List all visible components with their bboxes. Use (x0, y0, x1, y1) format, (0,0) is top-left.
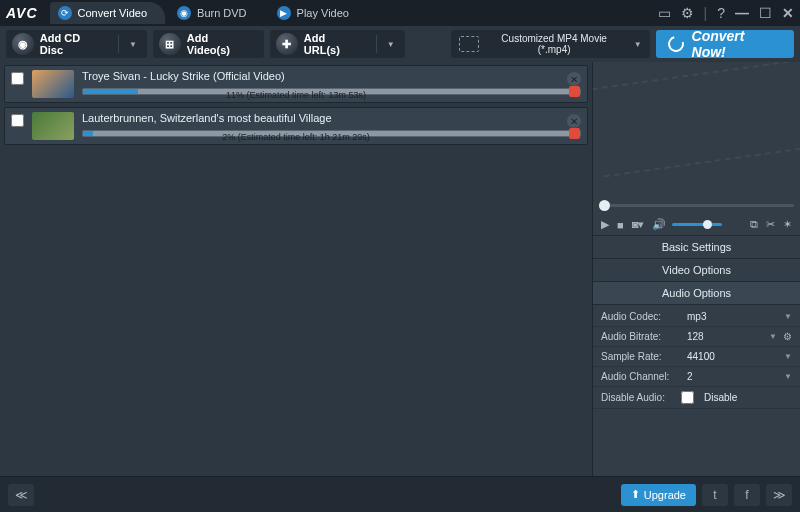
volume-icon[interactable]: 🔊 (652, 218, 666, 231)
convert-now-button[interactable]: Convert Now! (656, 30, 794, 58)
divider: | (704, 5, 708, 21)
tab-burn-dvd[interactable]: ◉ Burn DVD (169, 2, 265, 24)
item-title: Lauterbrunnen, Switzerland's most beauti… (82, 112, 581, 124)
minimize-icon[interactable]: — (735, 5, 749, 21)
disc-icon: ◉ (177, 6, 191, 20)
button-label: Add CD Disc (40, 32, 106, 56)
film-icon (459, 36, 479, 52)
list-item[interactable]: Troye Sivan - Lucky Strike (Official Vid… (4, 65, 588, 103)
toolbar: ◉ Add CD Disc ▼ ⊞ Add Video(s) ✚ Add URL… (0, 26, 800, 62)
progress-status: 11% (Estimated time left: 13m 53s) (226, 90, 366, 100)
remove-item-button[interactable]: ✕ (567, 114, 581, 128)
main-tabs: ⟳ Convert Video ◉ Burn DVD ▶ Play Video (50, 2, 371, 24)
close-icon[interactable]: ✕ (782, 5, 794, 21)
tab-label: Play Video (297, 7, 349, 19)
stop-item-button[interactable] (569, 128, 580, 139)
button-label: Add URL(s) (304, 32, 364, 56)
button-label: Convert Now! (692, 28, 782, 60)
stop-button[interactable]: ■ (617, 219, 624, 231)
item-title: Troye Sivan - Lucky Strike (Official Vid… (82, 70, 581, 82)
setting-sample-rate[interactable]: Sample Rate: 44100 ▼ (593, 347, 800, 367)
add-urls-button[interactable]: ✚ Add URL(s) ▼ (270, 30, 405, 58)
disc-plus-icon: ◉ (12, 33, 34, 55)
chevron-down-icon[interactable]: ▼ (129, 40, 137, 49)
convert-icon (665, 33, 687, 55)
snapshot-button[interactable]: ◙▾ (632, 218, 645, 231)
chevron-down-icon: ▼ (784, 312, 792, 321)
disable-audio-checkbox[interactable] (681, 391, 694, 404)
film-plus-icon: ⊞ (159, 33, 181, 55)
chevron-down-icon: ▼ (784, 352, 792, 361)
gear-icon[interactable]: ⚙ (681, 5, 694, 21)
video-thumbnail (32, 112, 74, 140)
upgrade-button[interactable]: ⬆ Upgrade (621, 484, 696, 506)
button-label: Add Video(s) (187, 32, 254, 56)
tab-label: Convert Video (78, 7, 148, 19)
titlebar: AVC ⟳ Convert Video ◉ Burn DVD ▶ Play Vi… (0, 0, 800, 26)
up-arrow-icon: ⬆ (631, 488, 640, 501)
tab-video-options[interactable]: Video Options (593, 259, 800, 282)
preview-controls: ▶ ■ ◙▾ 🔊 ⧉ ✂ ✶ (593, 214, 800, 236)
setting-audio-codec[interactable]: Audio Codec: mp3 ▼ (593, 307, 800, 327)
preview-timeline[interactable] (593, 196, 800, 214)
progress-status: 2% (Estimated time left: 1h 21m 29s) (222, 132, 370, 142)
settings-tabs: Basic Settings Video Options Audio Optio… (593, 236, 800, 305)
scissors-icon[interactable]: ✂ (766, 218, 775, 231)
app-logo: AVC (6, 5, 38, 21)
add-cd-button[interactable]: ◉ Add CD Disc ▼ (6, 30, 147, 58)
item-checkbox[interactable] (11, 72, 24, 85)
timeline-knob[interactable] (599, 200, 610, 211)
stop-item-button[interactable] (569, 86, 580, 97)
preview-area (593, 62, 800, 196)
chevron-down-icon: ▼ (769, 332, 777, 341)
play-button[interactable]: ▶ (601, 218, 609, 231)
tab-basic-settings[interactable]: Basic Settings (593, 236, 800, 259)
popout-icon[interactable]: ⧉ (750, 218, 758, 231)
setting-audio-channel[interactable]: Audio Channel: 2 ▼ (593, 367, 800, 387)
volume-slider[interactable] (672, 223, 722, 226)
audio-settings: Audio Codec: mp3 ▼ Audio Bitrate: 128 ▼ … (593, 305, 800, 476)
crop-icon[interactable]: ✶ (783, 218, 792, 231)
collapse-right-button[interactable]: ≫ (766, 484, 792, 506)
add-videos-button[interactable]: ⊞ Add Video(s) (153, 30, 264, 58)
setting-audio-bitrate[interactable]: Audio Bitrate: 128 ▼ ⚙ (593, 327, 800, 347)
video-thumbnail (32, 70, 74, 98)
setting-disable-audio[interactable]: Disable Audio: Disable (593, 387, 800, 409)
side-panel: ▶ ■ ◙▾ 🔊 ⧉ ✂ ✶ Basic Settings Video Opti… (592, 62, 800, 476)
facebook-icon[interactable]: f (734, 484, 760, 506)
chevron-down-icon[interactable]: ▼ (387, 40, 395, 49)
help-icon[interactable]: ? (717, 5, 725, 21)
footer: ≪ ⬆ Upgrade t f ≫ (0, 476, 800, 512)
collapse-left-button[interactable]: ≪ (8, 484, 34, 506)
refresh-icon: ⟳ (58, 6, 72, 20)
conversion-list: Troye Sivan - Lucky Strike (Official Vid… (0, 62, 592, 476)
window-controls: ▭ ⚙ | ? — ☐ ✕ (658, 5, 794, 21)
twitter-icon[interactable]: t (702, 484, 728, 506)
list-item[interactable]: Lauterbrunnen, Switzerland's most beauti… (4, 107, 588, 145)
tab-convert-video[interactable]: ⟳ Convert Video (50, 2, 166, 24)
gear-icon[interactable]: ⚙ (783, 331, 792, 342)
chevron-down-icon: ▼ (634, 40, 642, 49)
tab-play-video[interactable]: ▶ Play Video (269, 2, 367, 24)
chevron-down-icon: ▼ (784, 372, 792, 381)
tab-audio-options[interactable]: Audio Options (593, 282, 800, 305)
play-icon: ▶ (277, 6, 291, 20)
maximize-icon[interactable]: ☐ (759, 5, 772, 21)
globe-plus-icon: ✚ (276, 33, 298, 55)
output-profile-select[interactable]: Customized MP4 Movie (*.mp4) ▼ (451, 30, 650, 58)
item-checkbox[interactable] (11, 114, 24, 127)
remove-item-button[interactable]: ✕ (567, 72, 581, 86)
tab-label: Burn DVD (197, 7, 247, 19)
menu-icon[interactable]: ▭ (658, 5, 671, 21)
profile-label: Customized MP4 Movie (*.mp4) (489, 33, 620, 55)
